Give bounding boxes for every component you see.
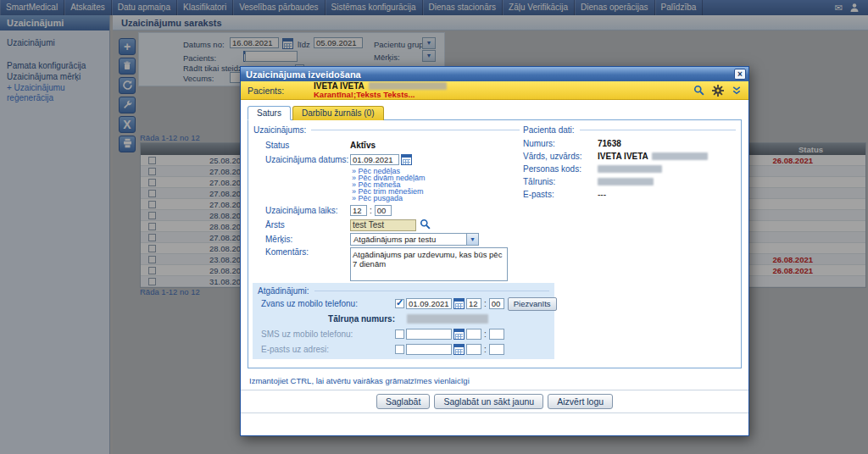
- email-reminder-label: E-pasts uz adresi:: [261, 345, 395, 354]
- reminders-section: Atgādinājumi: Zvans uz mobilo telefonu: …: [253, 283, 554, 359]
- doctor-label: Ārsts: [265, 220, 350, 230]
- search-icon[interactable]: [693, 85, 704, 96]
- purpose-label: Mērķis:: [265, 235, 350, 244]
- calendar-icon[interactable]: [453, 344, 465, 355]
- piezvanits-button[interactable]: Piezvanīts: [508, 297, 557, 311]
- calendar-icon[interactable]: [401, 154, 412, 165]
- call-hour-input[interactable]: [466, 298, 481, 309]
- gear-icon[interactable]: [712, 85, 724, 97]
- save-button[interactable]: Saglabāt: [376, 394, 430, 409]
- time-separator: :: [370, 206, 372, 215]
- dialog-title: Uzaicinājuma izveidošana: [246, 69, 361, 80]
- fullname-label: Vārds, uzvārds:: [523, 152, 598, 161]
- redacted-phone-field: [407, 314, 488, 324]
- quick-links: » Pēc nedēļas» Pēc divām nedēļām» Pēc mē…: [352, 168, 520, 202]
- call-reminder-checkbox[interactable]: [395, 299, 404, 308]
- calendar-icon[interactable]: [453, 329, 465, 340]
- invitation-date-label: Uzaicinājuma datums:: [265, 155, 350, 164]
- number-label: Numurs:: [523, 139, 598, 148]
- time-separator: :: [484, 299, 487, 308]
- email-value: ---: [598, 190, 606, 199]
- patient-data: Pacienta dati: Numurs: 71638 Vārds, uzvā…: [523, 125, 736, 202]
- time-separator: :: [484, 345, 487, 354]
- section-pacienta-dati: Pacienta dati:: [523, 125, 575, 135]
- call-minute-input[interactable]: [489, 298, 504, 309]
- sms-hour-input[interactable]: [466, 329, 481, 340]
- patient-warning: Karantīna!;Teksts Teksts...: [314, 91, 447, 99]
- redacted-surname: [652, 152, 708, 160]
- dialog-titlebar: Uzaicinājuma izveidošana ×: [241, 67, 748, 81]
- sms-date-input[interactable]: [406, 329, 452, 340]
- calendar-icon[interactable]: [453, 298, 465, 309]
- invitation-hour-input[interactable]: [350, 205, 367, 216]
- invitation-form: Uzaicinājums: Status Aktīvs Uzaicinājuma…: [253, 125, 520, 283]
- patient-bar-info: IVETA IVETA Karantīna!;Teksts Teksts...: [314, 82, 447, 99]
- email-reminder-checkbox[interactable]: [395, 345, 404, 354]
- patient-bar-icons: [693, 85, 742, 97]
- chevron-down-icon: ▼: [466, 234, 478, 245]
- doctor-field: test Test: [350, 219, 416, 231]
- time-separator: :: [484, 329, 487, 339]
- section-uzaicinajums: Uzaicinājums:: [253, 125, 306, 135]
- ctrl-hint: Izmantojiet CTRL, lai atvērtu vairākas g…: [249, 376, 740, 385]
- patient-bar-label: Pacients:: [248, 86, 314, 96]
- close-window-button[interactable]: Aizvērt logu: [548, 394, 613, 409]
- invitation-date-input[interactable]: [350, 154, 399, 165]
- patient-name: IVETA IVETA: [314, 82, 364, 91]
- redacted-phone: [598, 178, 654, 185]
- phone-label: Tālrunis:: [523, 177, 598, 186]
- patient-bar: Pacients: IVETA IVETA Karantīna!;Teksts …: [241, 81, 748, 100]
- person-code-label: Personas kods:: [523, 164, 598, 174]
- purpose-select[interactable]: Atgādinājums par testu ▼: [350, 233, 479, 246]
- sms-reminder-label: SMS uz mobilo telefonu:: [261, 329, 395, 339]
- tab-saturs[interactable]: Saturs: [248, 106, 291, 120]
- dialog-buttons: Saglabāt Saglabāt un sākt jaunu Aizvērt …: [241, 390, 748, 413]
- purpose-selected-value: Atgādinājums par testu: [353, 235, 436, 244]
- redacted-patient-name: [369, 82, 447, 90]
- section-atgadinajumi: Atgādinājumi:: [258, 286, 309, 296]
- call-reminder-label: Zvans uz mobilo telefonu:: [261, 299, 395, 308]
- email-label: E-pasts:: [523, 190, 598, 199]
- status-value: Aktīvs: [350, 141, 376, 150]
- dialog-content-panel: Uzaicinājums: Status Aktīvs Uzaicinājuma…: [248, 119, 742, 368]
- number-value: 71638: [598, 139, 621, 148]
- phone-number-label: Tālruņa numurs:: [261, 314, 395, 324]
- comment-textarea[interactable]: Atgādinājums par uzdevumu, kas būs pēc 7…: [350, 247, 508, 281]
- email-hour-input[interactable]: [466, 344, 481, 355]
- comment-label: Komentārs:: [265, 247, 350, 257]
- dialog-tabs: Saturs Darbību žurnāls (0): [248, 106, 748, 120]
- invitation-time-label: Uzaicinājuma laiks:: [265, 206, 350, 215]
- email-minute-input[interactable]: [489, 344, 504, 355]
- call-date-input[interactable]: [406, 298, 452, 309]
- sms-minute-input[interactable]: [489, 329, 504, 340]
- close-icon[interactable]: ×: [734, 69, 746, 80]
- invitation-minute-input[interactable]: [375, 205, 392, 216]
- email-address-input[interactable]: [406, 344, 452, 355]
- tab-darbibu-zurnals[interactable]: Darbību žurnāls (0): [292, 106, 384, 120]
- save-and-new-button[interactable]: Saglabāt un sākt jaunu: [434, 394, 543, 409]
- app-root: SmartMedicalAtskaitesDatu apmaiņaKlasifi…: [0, 0, 868, 454]
- status-label: Status: [265, 141, 350, 150]
- redacted-person-code: [598, 165, 662, 173]
- search-icon[interactable]: [420, 219, 431, 231]
- chevron-double-down-icon[interactable]: [732, 86, 742, 96]
- fullname-value: IVETA IVETA: [598, 152, 648, 161]
- sms-reminder-checkbox[interactable]: [395, 329, 404, 339]
- dialog-uzaicinajuma-izveidosana: Uzaicinājuma izveidošana × Pacients: IVE…: [240, 66, 749, 436]
- quick-link[interactable]: » Pēc pusgada: [352, 195, 520, 202]
